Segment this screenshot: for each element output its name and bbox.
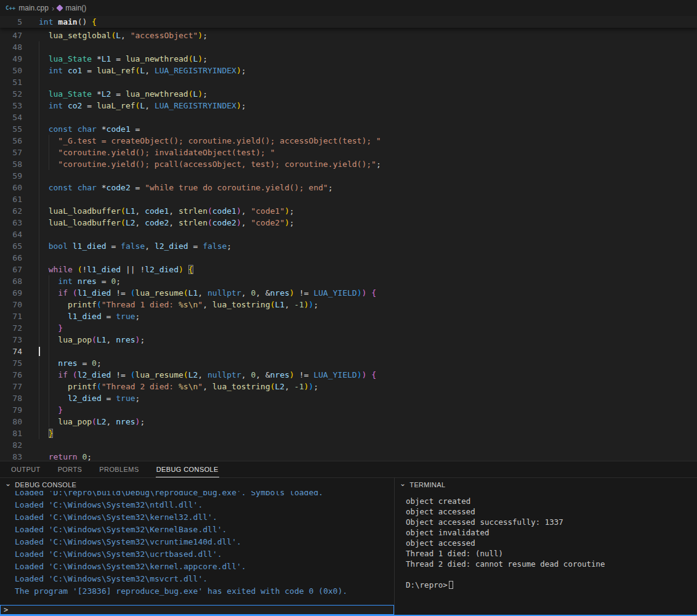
line-number: 65	[0, 240, 22, 252]
code-line-52[interactable]: 52 lua_State *L2 = lua_newthread(L);	[0, 88, 697, 100]
line-number: 64	[0, 229, 22, 240]
code-line-59[interactable]: 59	[0, 170, 697, 182]
line-number: 69	[0, 287, 22, 299]
debug-console-input[interactable]: >	[0, 605, 394, 615]
code-line-80[interactable]: 80 lua_pop(L2, nres);	[0, 416, 697, 428]
line-number: 55	[0, 123, 22, 135]
code-line-51[interactable]: 51	[0, 76, 697, 88]
sticky-code: int main() {	[22, 16, 97, 28]
terminal-output[interactable]: object createdobject accessedObject acce…	[395, 491, 697, 615]
code-line-69[interactable]: 69 if (l1_died != (lua_resume(L1, nullpt…	[0, 287, 697, 299]
code-line-72[interactable]: 72 }	[0, 322, 697, 334]
code-line-57[interactable]: 57 "coroutine.yield(); invalidateObject(…	[0, 147, 697, 158]
panel-tab-output[interactable]: OUTPUT	[10, 461, 41, 477]
line-number: 60	[0, 182, 22, 193]
terminal-prompt-text: D:\repro>	[406, 580, 448, 590]
code-line-47[interactable]: 47 lua_setglobal(L, "accessObject");	[0, 30, 697, 41]
terminal-pane-title: TERMINAL	[409, 481, 445, 488]
sticky-scroll-line[interactable]: 5 int main() {	[0, 16, 697, 28]
terminal-line: object invalidated	[406, 527, 697, 538]
bottom-panel: OUTPUTPORTSPROBLEMSDEBUG CONSOLE ⌄ DEBUG…	[0, 461, 697, 616]
line-number: 81	[0, 428, 22, 439]
code-line-67[interactable]: 67 while (!l1_died || !l2_died) {	[0, 264, 697, 275]
line-number: 80	[0, 416, 22, 428]
breadcrumb-symbol[interactable]: main()	[57, 4, 86, 12]
code-line-60[interactable]: 60 const char *code2 = "while true do co…	[0, 182, 697, 193]
breadcrumb-file-label: main.cpp	[18, 4, 49, 12]
line-number: 77	[0, 381, 22, 392]
code-line-76[interactable]: 76 if (l2_died != (lua_resume(L2, nullpt…	[0, 369, 697, 381]
line-number: 72	[0, 322, 22, 334]
panel-tab-problems[interactable]: PROBLEMS	[99, 461, 139, 477]
vscode-window: C++ main.cpp › main() 5 int main() { 47 …	[0, 0, 697, 616]
line-number: 61	[0, 193, 22, 205]
code-line-74[interactable]: 74	[0, 346, 697, 357]
code-editor[interactable]: 47 lua_setglobal(L, "accessObject");4849…	[0, 28, 697, 461]
line-number: 73	[0, 334, 22, 346]
line-number: 59	[0, 170, 22, 182]
code-line-77[interactable]: 77 printf("Thread 2 died: %s\n", lua_tos…	[0, 381, 697, 392]
terminal-cursor	[449, 581, 453, 589]
breadcrumb-file[interactable]: C++ main.cpp	[6, 4, 49, 12]
code-line-66[interactable]: 66	[0, 252, 697, 264]
code-line-55[interactable]: 55 const char *code1 =	[0, 123, 697, 135]
code-line-49[interactable]: 49 lua_State *L1 = lua_newthread(L);	[0, 53, 697, 65]
code-line-64[interactable]: 64	[0, 229, 697, 240]
line-number: 63	[0, 217, 22, 229]
debug-console-line: The program '[23836] reproduce_bug.exe' …	[15, 585, 394, 598]
line-number: 49	[0, 53, 22, 65]
line-number: 58	[0, 158, 22, 170]
code-line-50[interactable]: 50 int co1 = luaL_ref(L, LUA_REGISTRYIND…	[0, 65, 697, 76]
panel-tab-ports[interactable]: PORTS	[57, 461, 83, 477]
cpp-file-icon: C++	[6, 5, 15, 11]
code-line-65[interactable]: 65 bool l1_died = false, l2_died = false…	[0, 240, 697, 252]
debug-console-line: Loaded 'C:\Windows\System32\kernel32.dll…	[15, 511, 394, 524]
terminal-line: object created	[406, 496, 697, 506]
line-number: 71	[0, 310, 22, 322]
code-line-82[interactable]: 82	[0, 439, 697, 451]
terminal-line: object accessed	[406, 506, 697, 517]
code-line-71[interactable]: 71 l1_died = true;	[0, 310, 697, 322]
line-number: 78	[0, 392, 22, 404]
code-line-70[interactable]: 70 printf("Thread 1 died: %s\n", lua_tos…	[0, 299, 697, 310]
line-number: 79	[0, 404, 22, 416]
breadcrumb-symbol-label: main()	[65, 4, 86, 12]
code-line-48[interactable]: 48	[0, 41, 697, 53]
code-line-81[interactable]: 81 }	[0, 428, 697, 439]
terminal-pane-header[interactable]: ⌄ TERMINAL	[395, 477, 697, 491]
line-number: 52	[0, 88, 22, 100]
panel-tab-debug-console[interactable]: DEBUG CONSOLE	[156, 461, 219, 477]
code-line-78[interactable]: 78 l2_died = true;	[0, 392, 697, 404]
debug-console-line: Loaded 'C:\Windows\System32\KernelBase.d…	[15, 524, 394, 536]
code-line-73[interactable]: 73 lua_pop(L1, nres);	[0, 334, 697, 346]
code-line-53[interactable]: 53 int co2 = luaL_ref(L, LUA_REGISTRYIND…	[0, 100, 697, 111]
code-line-58[interactable]: 58 "coroutine.yield(); pcall(accessObjec…	[0, 158, 697, 170]
line-number: 53	[0, 100, 22, 111]
debug-console-line: Loaded 'C:\Windows\System32\ntdll.dll'.	[15, 499, 394, 511]
debug-console-output[interactable]: Loaded 'D:\repro\build\Debug\reproduce_b…	[0, 491, 394, 604]
code-line-83[interactable]: 83 return 0;	[0, 451, 697, 461]
line-number: 56	[0, 135, 22, 147]
line-number: 68	[0, 275, 22, 287]
code-line-75[interactable]: 75 nres = 0;	[0, 357, 697, 369]
code-line-54[interactable]: 54	[0, 111, 697, 123]
chevron-down-icon: ⌄	[5, 480, 11, 487]
terminal-pane: ⌄ TERMINAL object createdobject accessed…	[394, 477, 697, 616]
line-number: 83	[0, 451, 22, 461]
debug-input-prompt-icon: >	[4, 606, 8, 614]
debug-console-pane-header[interactable]: ⌄ DEBUG CONSOLE	[0, 477, 394, 491]
code-line-79[interactable]: 79 }	[0, 404, 697, 416]
terminal-line: object accessed	[406, 538, 697, 548]
debug-console-line: Loaded 'D:\repro\build\Debug\reproduce_b…	[15, 491, 394, 499]
breadcrumb: C++ main.cpp › main()	[0, 0, 697, 16]
editor-lines: 47 lua_setglobal(L, "accessObject");4849…	[0, 30, 697, 461]
code-line-68[interactable]: 68 int nres = 0;	[0, 275, 697, 287]
line-number: 70	[0, 299, 22, 310]
terminal-prompt[interactable]: D:\repro>	[406, 580, 697, 590]
chevron-right-icon: ›	[52, 4, 54, 13]
code-line-56[interactable]: 56 "_G.test = createObject(); coroutine.…	[0, 135, 697, 147]
code-line-62[interactable]: 62 luaL_loadbuffer(L1, code1, strlen(cod…	[0, 205, 697, 217]
code-line-61[interactable]: 61	[0, 193, 697, 205]
symbol-method-icon	[57, 4, 63, 11]
code-line-63[interactable]: 63 luaL_loadbuffer(L2, code2, strlen(cod…	[0, 217, 697, 229]
